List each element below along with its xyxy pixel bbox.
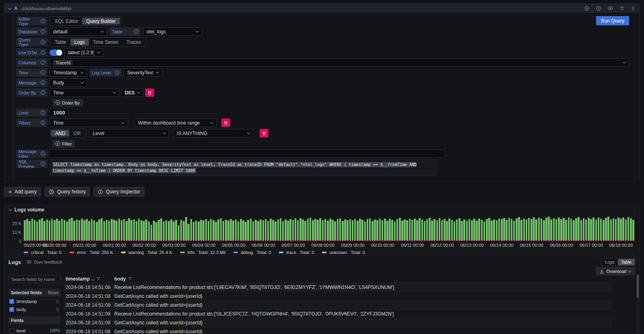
volume-bar[interactable] <box>498 219 500 241</box>
add-order-by-button[interactable]: + Order By <box>52 99 83 107</box>
volume-bar[interactable] <box>461 221 463 241</box>
volume-bar[interactable] <box>314 219 316 241</box>
volume-bar[interactable] <box>128 218 130 241</box>
message-filter-input[interactable] <box>50 150 445 158</box>
volume-bar[interactable] <box>312 220 314 241</box>
volume-bar[interactable] <box>364 221 366 241</box>
volume-bar[interactable] <box>160 219 162 241</box>
volume-bar[interactable] <box>486 219 488 241</box>
query-type-option-logs[interactable]: Logs <box>70 39 89 45</box>
body-column-header[interactable]: body <box>114 276 132 282</box>
sort-desc-icon[interactable]: ↓ <box>92 277 94 281</box>
volume-bar[interactable] <box>299 218 301 241</box>
volume-bar[interactable] <box>151 225 153 241</box>
volume-bar[interactable] <box>56 219 58 241</box>
columns-value-chip[interactable]: TraceId <box>53 60 73 66</box>
conjunction-option-and[interactable]: AND <box>51 130 69 137</box>
volume-bar[interactable] <box>592 217 594 241</box>
database-select[interactable]: default <box>50 27 107 36</box>
volume-bar[interactable] <box>190 219 192 241</box>
volume-bar[interactable] <box>287 221 289 241</box>
volume-bar[interactable] <box>227 221 229 241</box>
volume-bar[interactable] <box>553 218 555 241</box>
volume-bar[interactable] <box>302 219 304 241</box>
volume-bar[interactable] <box>270 219 272 241</box>
volume-bar[interactable] <box>376 220 378 241</box>
volume-bar[interactable] <box>198 221 200 241</box>
volume-bar[interactable] <box>625 219 627 241</box>
volume-bar[interactable] <box>260 219 262 241</box>
volume-bar[interactable] <box>245 222 247 241</box>
volume-bar[interactable] <box>622 217 624 241</box>
volume-bar[interactable] <box>277 219 279 241</box>
volume-bar[interactable] <box>342 221 344 241</box>
volume-bar[interactable] <box>242 220 244 241</box>
volume-bar[interactable] <box>518 217 520 241</box>
filter-funnel-icon[interactable] <box>128 277 132 281</box>
volume-bar[interactable] <box>29 221 31 241</box>
volume-bar[interactable] <box>324 219 326 241</box>
volume-bar[interactable] <box>439 218 441 241</box>
volume-bar[interactable] <box>118 219 120 241</box>
duplicate-icon[interactable] <box>584 6 590 11</box>
volume-bar[interactable] <box>310 217 312 241</box>
search-fields-input[interactable] <box>8 275 61 283</box>
volume-bar[interactable] <box>613 218 615 241</box>
legend-item-info[interactable]: infoTotal: 12.3 Mil <box>180 250 226 255</box>
volume-bar[interactable] <box>538 217 540 241</box>
volume-bar[interactable] <box>275 221 277 241</box>
volume-bar[interactable] <box>78 220 80 241</box>
volume-bar[interactable] <box>446 221 448 241</box>
volume-bar[interactable] <box>401 221 403 241</box>
volume-bar[interactable] <box>51 219 53 241</box>
volume-bar[interactable] <box>585 219 587 241</box>
volume-bar[interactable] <box>327 221 329 241</box>
volume-bar[interactable] <box>394 221 396 241</box>
volume-bar[interactable] <box>58 221 60 241</box>
volume-bar[interactable] <box>573 220 575 241</box>
volume-bar[interactable] <box>367 219 369 241</box>
volume-bar[interactable] <box>545 218 547 241</box>
volume-bar[interactable] <box>257 221 259 241</box>
volume-bar[interactable] <box>168 221 170 241</box>
reset-fields-button[interactable]: Reset <box>48 291 58 295</box>
volume-bar[interactable] <box>265 219 267 241</box>
filter-level-operator-select[interactable]: IS ANYTHING <box>173 129 254 137</box>
volume-bar[interactable] <box>126 221 128 241</box>
volume-bar[interactable] <box>598 217 600 241</box>
volume-bar[interactable] <box>386 221 388 241</box>
volume-bar[interactable] <box>399 218 401 241</box>
volume-bar[interactable] <box>600 219 602 241</box>
volume-bar[interactable] <box>68 219 70 241</box>
volume-bar[interactable] <box>334 221 336 241</box>
volume-bar[interactable] <box>66 221 68 241</box>
volume-bar[interactable] <box>88 221 90 241</box>
chevron-down-icon[interactable] <box>9 208 12 211</box>
legend-item-error[interactable]: errorTotal: 255 K <box>70 250 113 255</box>
volume-bar[interactable] <box>223 221 225 241</box>
volume-bar[interactable] <box>349 219 351 241</box>
filter-funnel-icon[interactable] <box>96 277 101 281</box>
volume-bar[interactable] <box>304 221 306 241</box>
volume-bar[interactable] <box>424 221 426 241</box>
volume-bar[interactable] <box>347 220 349 241</box>
volume-bar[interactable] <box>516 218 518 241</box>
add-query-button[interactable]: +Add query <box>4 187 41 197</box>
volume-bar[interactable] <box>528 218 530 241</box>
volume-bar[interactable] <box>583 218 585 241</box>
volume-bar[interactable] <box>409 219 411 241</box>
volume-bar[interactable] <box>108 221 110 241</box>
volume-bar[interactable] <box>138 219 140 241</box>
filter-field-select[interactable]: Time <box>50 119 128 127</box>
volume-bar[interactable] <box>384 219 386 241</box>
volume-bar[interactable] <box>483 221 485 241</box>
volume-bar[interactable] <box>617 217 619 241</box>
volume-bar[interactable] <box>491 221 493 241</box>
volume-bar[interactable] <box>101 218 103 241</box>
volume-bar[interactable] <box>627 217 630 241</box>
time-column-select[interactable]: Timestamp <box>50 68 87 77</box>
volume-bar[interactable] <box>630 218 632 241</box>
volume-bar[interactable] <box>568 217 570 241</box>
volume-bar[interactable] <box>71 218 73 241</box>
volume-bar[interactable] <box>541 219 543 241</box>
